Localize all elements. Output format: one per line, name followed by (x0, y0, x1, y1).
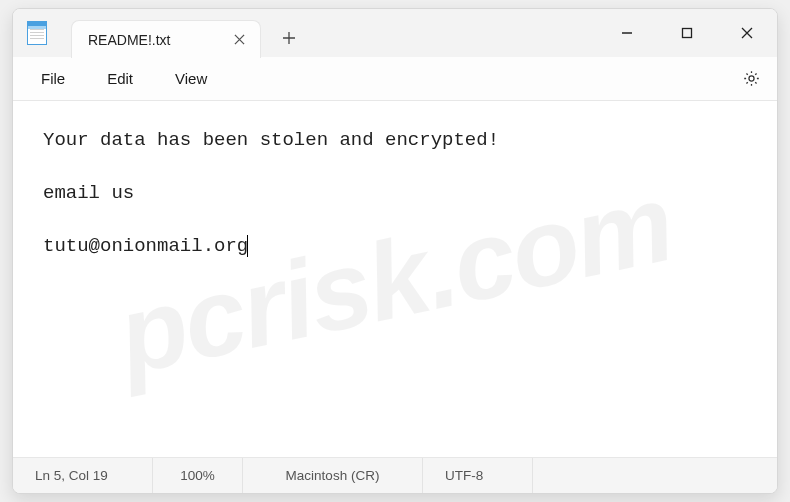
statusbar: Ln 5, Col 19 100% Macintosh (CR) UTF-8 (13, 457, 777, 493)
status-line-ending: Macintosh (CR) (243, 458, 423, 493)
menu-view[interactable]: View (155, 64, 227, 93)
close-button[interactable] (717, 9, 777, 57)
tab-readme[interactable]: README!.txt (71, 20, 261, 58)
watermark: pcrisk.com (105, 145, 686, 412)
tab-title: README!.txt (88, 32, 210, 48)
menu-file[interactable]: File (21, 64, 85, 93)
status-position: Ln 5, Col 19 (13, 458, 153, 493)
menu-edit[interactable]: Edit (87, 64, 153, 93)
editor-content[interactable]: pcrisk.comYour data has been stolen and … (13, 101, 777, 457)
status-encoding: UTF-8 (423, 458, 533, 493)
notepad-icon (27, 21, 47, 45)
titlebar: README!.txt (13, 9, 777, 57)
minimize-button[interactable] (597, 9, 657, 57)
window-controls (597, 9, 777, 57)
tab-close-button[interactable] (228, 29, 250, 51)
status-zoom[interactable]: 100% (153, 458, 243, 493)
text-line-2: email us (43, 182, 134, 204)
svg-point-1 (748, 76, 753, 81)
menubar: File Edit View (13, 57, 777, 101)
notepad-window: README!.txt File Edit View (12, 8, 778, 494)
text-caret (247, 235, 248, 257)
text-line-3: tutu@onionmail.org (43, 235, 248, 257)
maximize-button[interactable] (657, 9, 717, 57)
new-tab-button[interactable] (267, 19, 311, 57)
svg-rect-0 (683, 29, 692, 38)
tab-strip: README!.txt (61, 9, 311, 57)
status-spacer (533, 458, 777, 493)
text-line-1: Your data has been stolen and encrypted! (43, 129, 499, 151)
app-icon-wrap (13, 9, 61, 57)
settings-button[interactable] (731, 61, 771, 97)
